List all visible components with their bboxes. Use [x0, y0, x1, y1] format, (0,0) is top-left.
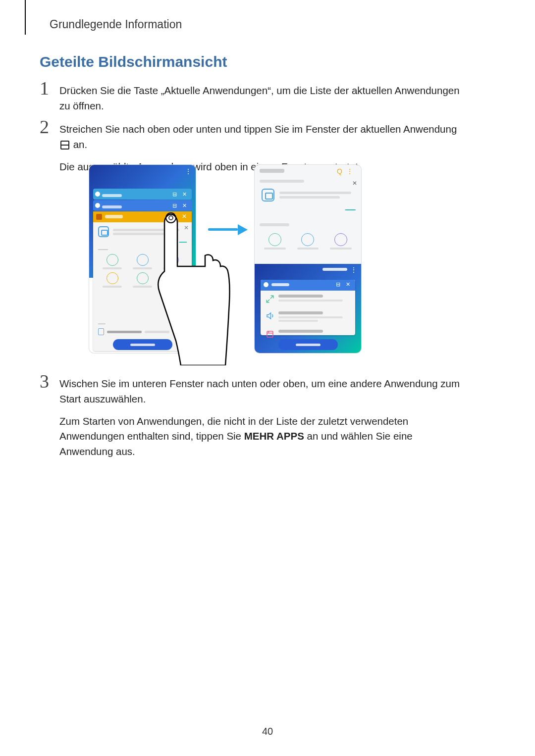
sd-card-icon: [98, 328, 104, 335]
svg-rect-2: [267, 331, 273, 337]
step-2-line1: Streichen Sie nach oben oder unten und t…: [59, 122, 466, 152]
step-3-line1: Wischen Sie im unteren Fenster nach unte…: [59, 376, 466, 407]
folder-icon: [262, 189, 274, 202]
top-app-subtitle: [260, 180, 304, 183]
split-view-icon: [60, 141, 69, 150]
phone-left-status-menu-icon: ⋮: [185, 167, 192, 175]
page: Grundlegende Information Geteilte Bildsc…: [0, 0, 535, 756]
list-item: [261, 307, 355, 326]
recent-close-icon: ✕: [182, 213, 189, 220]
bottom-recent-card: ⊟ ✕: [261, 280, 355, 335]
recent-app-card-header: ⊟ ✕: [93, 211, 192, 222]
step-1: 1 Drücken Sie die Taste „Aktuelle Anwend…: [40, 83, 466, 121]
list-item: [261, 291, 355, 307]
step-2-line1-b: an.: [73, 139, 88, 150]
recent-app-card: ⊟ ✕ ✕ ━━━ ━━━━ APK: [93, 211, 192, 351]
arrow-icon: [208, 224, 248, 234]
step-3: 3 Wischen Sie im unteren Fenster nach un…: [40, 376, 466, 466]
close-all-pill: [113, 339, 172, 350]
inner-close-icon: ✕: [184, 224, 189, 231]
header-divider: [25, 0, 26, 35]
step-3-line2-bold: MEHR APPS: [244, 430, 304, 442]
step-3-number: 3: [40, 370, 49, 392]
storage-row: [98, 328, 187, 335]
top-app-category: [260, 223, 289, 226]
running-header: Grundlegende Information: [50, 18, 182, 31]
step-3-line2: Zum Starten von Anwendungen, die nicht i…: [59, 414, 466, 459]
more-apps-label: [322, 268, 347, 271]
card-category-label: ━━━━: [98, 248, 187, 252]
step-2-number: 2: [40, 116, 49, 138]
menu-icon: ⋮: [346, 167, 357, 175]
bottom-card-header: ⊟ ✕: [261, 280, 355, 291]
step-1-text: Drücken Sie die Taste „Aktuelle Anwendun…: [59, 83, 466, 114]
top-app-link: ━━━━: [345, 207, 355, 212]
close-all-pill: [278, 339, 338, 350]
sound-icon: [266, 311, 274, 320]
category-grid: APK: [98, 254, 187, 288]
card-link-text: ━━━: [98, 240, 187, 245]
recent-app-b: ⊟ ✕: [93, 200, 192, 211]
folder-icon: [98, 226, 109, 237]
search-icon: Q: [337, 167, 346, 175]
recent-app-a: ⊟ ✕: [93, 189, 192, 200]
step-2-line1-a: Streichen Sie nach oben oder unten und t…: [59, 123, 457, 135]
illustration: ⋮ ⊟ ✕ ⊟ ✕ ⊟ ✕ ✕ ━━━ ━━━━: [89, 165, 456, 360]
phone-left: ⋮ ⊟ ✕ ⊟ ✕ ⊟ ✕ ✕ ━━━ ━━━━: [89, 165, 196, 353]
top-app-close-icon: ✕: [352, 180, 357, 187]
page-number: 40: [0, 726, 535, 737]
notifications-icon: [266, 330, 274, 339]
section-title: Geteilte Bildschirmansicht: [40, 53, 227, 70]
top-app-text-lines: [279, 190, 355, 201]
phone-right: Q⋮ ✕ ━━━━ ⋮ ⊟ ✕: [255, 165, 361, 353]
top-app-action-icons: Q⋮: [337, 167, 357, 175]
connections-icon: [266, 295, 274, 303]
top-app-grid: [260, 233, 356, 250]
storage-label: ━━━: [98, 322, 187, 326]
top-app-title: [260, 169, 284, 173]
apk-icon: APK: [167, 275, 179, 282]
step-1-number: 1: [40, 77, 49, 99]
bottom-menu-icon: ⋮: [350, 266, 357, 274]
